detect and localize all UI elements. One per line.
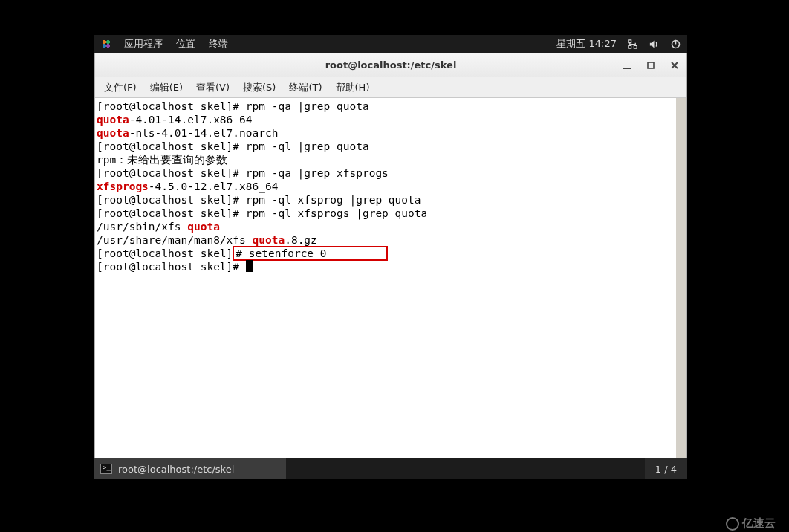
- svg-rect-2: [629, 45, 631, 48]
- watermark: 亿速云: [726, 516, 776, 531]
- terminal-line: [root@localhost skel]#: [97, 260, 675, 273]
- terminal-line: [root@localhost skel]# setenforce 0: [97, 247, 675, 260]
- gnome-bottom-panel: root@localhost:/etc/skel 1 / 4: [94, 458, 687, 479]
- minimize-button[interactable]: [621, 59, 633, 71]
- desktop: 应用程序 位置 终端 星期五 14:27 root@localhost:/etc…: [94, 35, 687, 479]
- close-button[interactable]: [669, 59, 681, 71]
- network-icon[interactable]: [627, 39, 638, 50]
- menu-help[interactable]: 帮助(H): [330, 79, 376, 97]
- cursor: [246, 260, 253, 272]
- terminal-icon: [100, 464, 112, 474]
- workspace-indicator[interactable]: 1 / 4: [645, 458, 687, 479]
- terminal-line: [root@localhost skel]# rpm -ql xfsprogs …: [97, 207, 675, 220]
- terminal-line: rpm：未给出要查询的参数: [97, 153, 675, 166]
- terminal-line: [root@localhost skel]# rpm -ql |grep quo…: [97, 140, 675, 153]
- menu-edit[interactable]: 编辑(E): [144, 79, 189, 97]
- taskbar-terminal-item[interactable]: root@localhost:/etc/skel: [94, 458, 286, 479]
- menu-file[interactable]: 文件(F): [98, 79, 143, 97]
- terminal-line: [root@localhost skel]# rpm -ql xfsprog |…: [97, 193, 675, 207]
- taskbar-app-label: root@localhost:/etc/skel: [118, 464, 234, 475]
- menu-places[interactable]: 位置: [176, 37, 195, 51]
- terminal-line: quota-nls-4.01-14.el7.noarch: [97, 126, 675, 140]
- menu-term[interactable]: 终端(T): [283, 79, 328, 97]
- volume-icon[interactable]: [649, 39, 660, 50]
- maximize-button[interactable]: [645, 59, 657, 71]
- terminal-line: /usr/share/man/man8/xfs_quota.8.gz: [97, 233, 675, 247]
- terminal-line: [root@localhost skel]# rpm -qa |grep xfs…: [97, 166, 675, 180]
- menu-terminal[interactable]: 终端: [209, 37, 228, 51]
- clock[interactable]: 星期五 14:27: [556, 37, 617, 51]
- menu-applications[interactable]: 应用程序: [124, 37, 163, 51]
- terminal-line: xfsprogs-4.5.0-12.el7.x86_64: [97, 180, 675, 193]
- svg-rect-1: [634, 45, 637, 48]
- terminal-menubar: 文件(F) 编辑(E) 查看(V) 搜索(S) 终端(T) 帮助(H): [95, 77, 686, 98]
- activities-logo-icon: [102, 39, 111, 48]
- watermark-logo-icon: [726, 517, 739, 531]
- terminal-window: root@localhost:/etc/skel 文件(F) 编辑(E) 查看(…: [94, 53, 687, 458]
- window-titlebar[interactable]: root@localhost:/etc/skel: [95, 53, 686, 77]
- svg-rect-6: [648, 62, 654, 68]
- terminal-line: /usr/sbin/xfs_quota: [97, 220, 675, 233]
- svg-rect-0: [629, 39, 631, 42]
- power-icon[interactable]: [670, 39, 681, 50]
- terminal-output[interactable]: [root@localhost skel]# rpm -qa |grep quo…: [95, 98, 686, 458]
- menu-search[interactable]: 搜索(S): [237, 79, 282, 97]
- terminal-line: quota-4.01-14.el7.x86_64: [97, 113, 675, 126]
- terminal-line: [root@localhost skel]# rpm -qa |grep quo…: [97, 100, 675, 113]
- watermark-text: 亿速云: [742, 516, 776, 531]
- menu-view[interactable]: 查看(V): [190, 79, 236, 97]
- window-title: root@localhost:/etc/skel: [325, 59, 457, 71]
- gnome-top-panel: 应用程序 位置 终端 星期五 14:27: [94, 35, 687, 53]
